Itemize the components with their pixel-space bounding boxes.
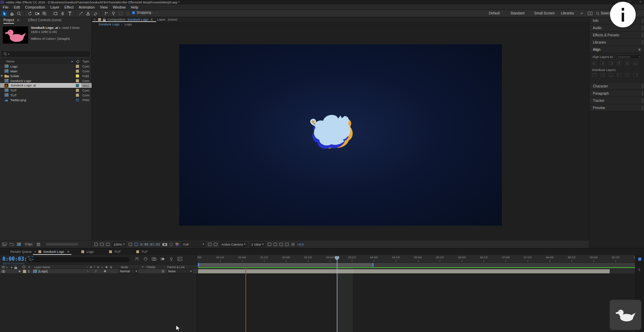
viewer-tab-sonduck-logo[interactable]: Sonduck Logo — [99, 22, 119, 26]
layer-shy-icon[interactable]: ◔ — [87, 269, 89, 273]
delete-icon[interactable] — [37, 242, 40, 246]
menu-file[interactable]: File — [3, 5, 9, 9]
label-color-swatch[interactable] — [76, 74, 79, 78]
label-color-swatch[interactable] — [76, 89, 79, 92]
tab-menu-icon[interactable]: ≡ — [67, 250, 69, 253]
menu-window[interactable]: Window — [113, 5, 126, 9]
pen-tool-icon[interactable] — [60, 11, 66, 16]
label-color-swatch[interactable] — [76, 70, 79, 73]
layer-row-1[interactable]: ▶ 1 [Logo] ◔ / ✱ Normal▾ @ None▾ — [0, 269, 197, 274]
tab-logo[interactable]: Logo — [87, 250, 94, 253]
puppet-pin-tool-icon[interactable] — [111, 11, 116, 16]
menu-composition[interactable]: Composition — [25, 5, 45, 9]
brainstorm-icon[interactable] — [169, 257, 174, 261]
selected-item-name[interactable]: Sonduck Logo .ai — [10, 83, 81, 87]
menu-animation[interactable]: Animation — [79, 5, 95, 9]
pixel-aspect-icon[interactable] — [268, 243, 271, 246]
menu-effect[interactable]: Effect — [65, 5, 74, 9]
panel-align[interactable]: Align≡ — [589, 46, 644, 53]
timeline-button-icon[interactable] — [279, 243, 283, 246]
resolution-select[interactable]: Full▾ — [182, 242, 206, 247]
composition-canvas[interactable] — [179, 44, 502, 226]
panel-paragraph[interactable]: Paragraph — [589, 90, 644, 97]
brush-tool-icon[interactable] — [78, 11, 84, 16]
align-center-horizontal-icon[interactable] — [600, 61, 605, 65]
parent-select[interactable]: None▾ — [167, 269, 193, 273]
composition-panel-label[interactable]: Composition — [107, 17, 126, 21]
label-color-swatch[interactable] — [76, 65, 79, 68]
composition-panel-comp-name[interactable]: Sonduck Logo — [127, 17, 148, 21]
tab-tut-2[interactable]: TUT — [141, 250, 148, 253]
parent-pickwhip-icon[interactable]: @ — [161, 269, 165, 273]
layer-color-swatch[interactable] — [23, 270, 26, 273]
workspace-overflow-chevrons[interactable]: » — [581, 11, 583, 15]
camera-select[interactable]: Active Camera▾ — [220, 242, 247, 247]
motion-blur-icon[interactable] — [160, 257, 165, 261]
layer-panel-label[interactable]: Layer — [157, 17, 165, 21]
viewer-timecode[interactable]: 0:00:01:03 — [140, 242, 160, 246]
layer-quality-icon[interactable]: / — [95, 269, 96, 273]
tab-effect-controls[interactable]: Effect Controls (none) — [28, 18, 61, 22]
video-info-overlay-button[interactable] — [610, 2, 636, 27]
mask-visibility-icon[interactable] — [106, 243, 110, 246]
tag-column-icon[interactable] — [76, 60, 80, 63]
layer-name-column-label[interactable]: Layer Name — [34, 265, 50, 269]
viewer-tab-logo[interactable]: Logo — [125, 22, 132, 26]
distribute-horizontal-center-icon[interactable] — [625, 73, 630, 77]
new-folder-icon[interactable] — [10, 242, 14, 246]
project-row-sonduck-logo[interactable]: Sonduck Logo Com — [0, 78, 92, 83]
proxy-icon[interactable] — [94, 243, 98, 246]
layer-motion-blur-icon[interactable]: ✱ — [104, 269, 106, 273]
align-panel-menu-icon[interactable]: ≡ — [639, 48, 641, 51]
align-bottom-icon[interactable] — [633, 61, 638, 65]
distribute-top-icon[interactable] — [592, 73, 597, 77]
label-color-swatch[interactable] — [76, 79, 79, 82]
region-of-interest-icon[interactable] — [135, 243, 138, 246]
panel-close-icon[interactable]: × — [94, 17, 96, 21]
panel-libraries[interactable]: Libraries — [589, 39, 644, 46]
viewer-viewport[interactable] — [92, 26, 589, 240]
eraser-tool-icon[interactable] — [92, 11, 98, 16]
rotation-tool-icon[interactable] — [27, 11, 33, 16]
expander-icon[interactable]: ▶ — [1, 74, 3, 77]
shape-tool-icon[interactable] — [53, 11, 58, 16]
column-type[interactable]: Type — [82, 60, 89, 63]
panel-effects-presets[interactable]: Effects & Presets — [589, 32, 644, 39]
panel-preview[interactable]: Preview — [589, 104, 644, 111]
timeline-search-input[interactable]: ▾ — [26, 257, 129, 262]
distribute-bottom-icon[interactable] — [609, 73, 613, 77]
panel-tracker[interactable]: Tracker — [589, 97, 644, 104]
reset-exposure-icon[interactable] — [291, 242, 295, 246]
camera-tool-icon[interactable] — [34, 11, 40, 16]
current-time-indicator-line[interactable] — [337, 260, 337, 332]
grid-guides-icon[interactable] — [129, 243, 132, 246]
distribute-vertical-center-icon[interactable] — [600, 73, 605, 77]
work-area-track[interactable] — [197, 263, 635, 267]
zoom-tool-icon[interactable] — [16, 11, 22, 16]
search-workspace-icon[interactable] — [596, 12, 600, 15]
close-button[interactable]: × — [640, 0, 641, 3]
distribute-left-icon[interactable] — [617, 73, 621, 77]
channels-icon[interactable] — [175, 242, 179, 246]
layer-duration-bar[interactable] — [198, 269, 610, 273]
project-panel-menu-icon[interactable]: ≡ — [17, 18, 19, 22]
align-center-vertical-icon[interactable] — [625, 61, 630, 65]
menu-edit[interactable]: Edit — [14, 5, 20, 9]
sort-ascending-icon[interactable]: ▲ — [71, 60, 73, 63]
layer-expander-icon[interactable]: ▶ — [19, 270, 21, 273]
type-tool-icon[interactable] — [67, 11, 73, 16]
layer-name[interactable]: [Logo] — [38, 269, 47, 273]
snapshot-camera-icon[interactable] — [162, 242, 167, 246]
project-row-main[interactable]: Main Com — [0, 69, 92, 73]
menu-view[interactable]: View — [100, 5, 108, 9]
flowchart-button-icon[interactable] — [285, 243, 289, 246]
workspace-small-screen[interactable]: Small Screen — [534, 11, 554, 15]
snapping-checkbox[interactable]: ✓ — [132, 11, 135, 14]
new-composition-icon[interactable] — [17, 242, 21, 246]
horizontal-scrollbar[interactable] — [46, 243, 78, 246]
align-right-icon[interactable] — [609, 61, 613, 65]
workspace-standard[interactable]: Standard — [510, 11, 525, 15]
project-row-sonduck-logo-ai[interactable]: A Sonduck Logo .ai Vect — [0, 83, 92, 88]
blend-mode-select[interactable]: Normal▾ — [118, 269, 138, 273]
work-area-bar[interactable] — [198, 263, 373, 267]
